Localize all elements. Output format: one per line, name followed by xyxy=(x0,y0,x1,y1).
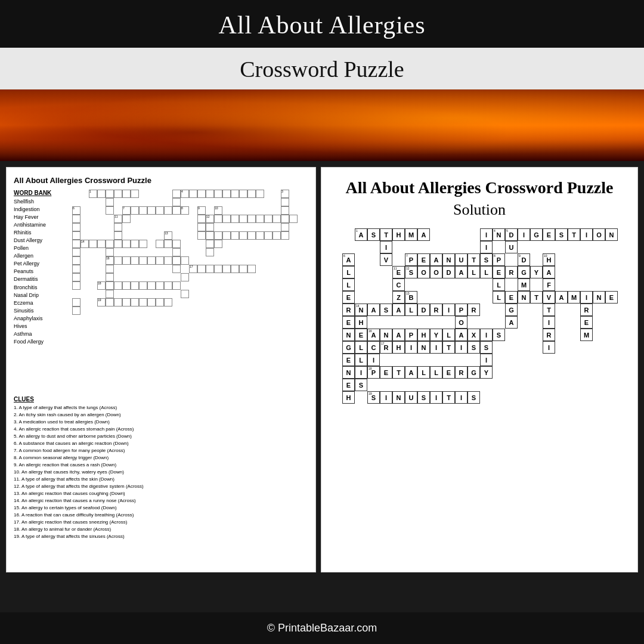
solution-grid: A1STHMAIN4D5IGESTIONA3IIUNA6VP7EANUTSP8D… xyxy=(342,228,617,515)
left-panel-title: All About Allergies Crossword Puzzle xyxy=(14,176,308,185)
main-title: All About Allergies xyxy=(0,0,644,48)
clues-list: 1. A type of allergy that affects the lu… xyxy=(14,404,308,540)
solution-panel-title: All About Allergies Crossword Puzzle xyxy=(331,178,628,197)
crossword-grid-blank: 1436789101112131416171819 xyxy=(72,190,263,392)
word-bank-list: ShellfishIndigestionHay FeverAntihistami… xyxy=(14,198,67,346)
solution-label: Solution xyxy=(331,201,628,219)
right-panel: All About Allergies Crossword Puzzle Sol… xyxy=(321,167,638,572)
left-panel: All About Allergies Crossword Puzzle WOR… xyxy=(6,167,316,572)
background-image xyxy=(0,89,644,161)
footer-text: © PrintableBazaar.com xyxy=(267,622,377,634)
clues-label: CLUES xyxy=(14,396,308,402)
main-content: All About Allergies Crossword Puzzle WOR… xyxy=(0,161,644,578)
subtitle: Crossword Puzzle xyxy=(0,48,644,89)
word-bank-label: WORD BANK xyxy=(14,190,67,196)
footer: © PrintableBazaar.com xyxy=(0,612,644,644)
